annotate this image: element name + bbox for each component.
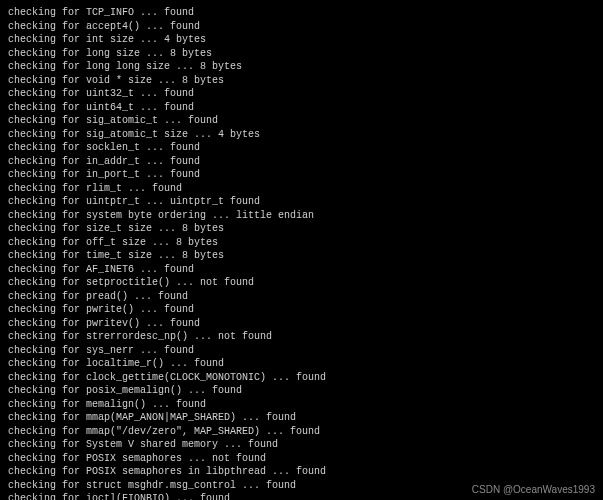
check-line: checking for in_addr_t ... found	[8, 155, 595, 169]
check-line: checking for POSIX semaphores ... not fo…	[8, 452, 595, 466]
check-line: checking for int size ... 4 bytes	[8, 33, 595, 47]
check-line: checking for setproctitle() ... not foun…	[8, 276, 595, 290]
check-line: checking for AF_INET6 ... found	[8, 263, 595, 277]
check-line: checking for localtime_r() ... found	[8, 357, 595, 371]
check-line: checking for memalign() ... found	[8, 398, 595, 412]
check-line: checking for mmap("/dev/zero", MAP_SHARE…	[8, 425, 595, 439]
check-line: checking for size_t size ... 8 bytes	[8, 222, 595, 236]
check-line: checking for uint32_t ... found	[8, 87, 595, 101]
check-line: checking for sys_nerr ... found	[8, 344, 595, 358]
check-line: checking for void * size ... 8 bytes	[8, 74, 595, 88]
check-line: checking for uintptr_t ... uintptr_t fou…	[8, 195, 595, 209]
check-line: checking for uint64_t ... found	[8, 101, 595, 115]
check-line: checking for accept4() ... found	[8, 20, 595, 34]
terminal-output: checking for TCP_INFO ... foundchecking …	[8, 6, 595, 500]
check-line: checking for pwritev() ... found	[8, 317, 595, 331]
check-line: checking for System V shared memory ... …	[8, 438, 595, 452]
check-line: checking for off_t size ... 8 bytes	[8, 236, 595, 250]
check-line: checking for rlim_t ... found	[8, 182, 595, 196]
check-line: checking for pread() ... found	[8, 290, 595, 304]
check-line: checking for socklen_t ... found	[8, 141, 595, 155]
check-line: checking for in_port_t ... found	[8, 168, 595, 182]
check-line: checking for pwrite() ... found	[8, 303, 595, 317]
check-line: checking for long size ... 8 bytes	[8, 47, 595, 61]
check-line: checking for mmap(MAP_ANON|MAP_SHARED) .…	[8, 411, 595, 425]
check-line: checking for long long size ... 8 bytes	[8, 60, 595, 74]
check-line: checking for POSIX semaphores in libpthr…	[8, 465, 595, 479]
check-line: checking for time_t size ... 8 bytes	[8, 249, 595, 263]
check-line: checking for TCP_INFO ... found	[8, 6, 595, 20]
check-line: checking for strerrordesc_np() ... not f…	[8, 330, 595, 344]
check-line: checking for system byte ordering ... li…	[8, 209, 595, 223]
check-line: checking for sig_atomic_t ... found	[8, 114, 595, 128]
check-line: checking for sig_atomic_t size ... 4 byt…	[8, 128, 595, 142]
watermark-text: CSDN @OceanWaves1993	[472, 483, 595, 497]
check-line: checking for posix_memalign() ... found	[8, 384, 595, 398]
check-line: checking for clock_gettime(CLOCK_MONOTON…	[8, 371, 595, 385]
